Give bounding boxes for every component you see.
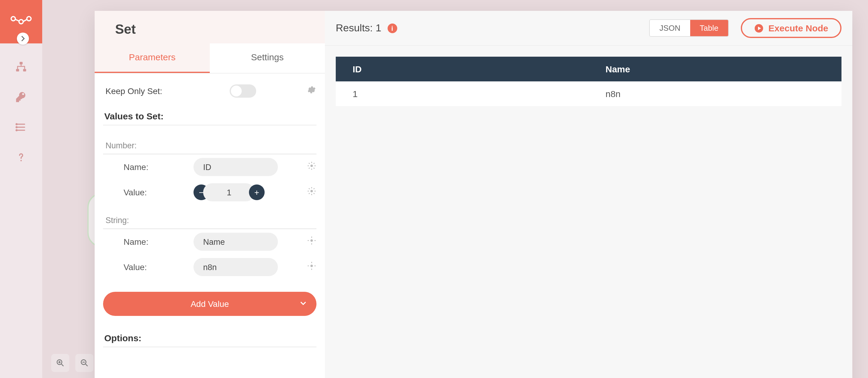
svg-point-12 <box>310 165 313 167</box>
cell-id: 1 <box>336 82 589 106</box>
values-to-set-title: Values to Set: <box>103 106 316 125</box>
svg-rect-4 <box>16 69 19 71</box>
svg-rect-5 <box>23 69 26 71</box>
svg-point-8 <box>16 130 17 130</box>
svg-point-13 <box>310 190 313 192</box>
play-icon <box>754 23 764 33</box>
svg-point-1 <box>19 20 23 24</box>
svg-point-15 <box>310 265 313 267</box>
tab-settings[interactable]: Settings <box>210 43 325 73</box>
chevron-right-icon <box>20 36 26 41</box>
svg-point-14 <box>310 239 313 242</box>
gear-icon[interactable] <box>307 186 316 198</box>
svg-point-9 <box>21 160 22 162</box>
view-json-button[interactable]: JSON <box>650 20 690 36</box>
add-value-button[interactable]: Add Value <box>103 292 316 316</box>
table-col-name: Name <box>589 57 841 82</box>
sidebar-workflows-icon[interactable] <box>14 60 28 73</box>
string-name-input[interactable] <box>193 233 278 251</box>
gear-icon[interactable] <box>307 161 316 173</box>
number-name-input[interactable] <box>193 158 278 176</box>
zoom-in-icon <box>56 358 65 368</box>
keep-only-set-label: Keep Only Set: <box>103 86 193 96</box>
execute-node-label: Execute Node <box>769 23 828 33</box>
svg-point-2 <box>27 17 31 21</box>
svg-point-6 <box>16 124 17 125</box>
keep-only-set-toggle[interactable] <box>230 85 256 98</box>
chevron-down-icon <box>300 299 307 309</box>
results-table: ID Name 1 n8n <box>336 57 841 106</box>
sidebar-collapse-button[interactable] <box>17 33 29 44</box>
output-panel: Results: 1 i JSON Table Execute Node <box>325 11 852 378</box>
string-value-label: Value: <box>103 262 193 272</box>
table-col-id: ID <box>336 57 589 82</box>
svg-rect-3 <box>20 62 23 64</box>
string-name-label: Name: <box>103 237 193 247</box>
svg-point-7 <box>16 127 17 127</box>
number-value-label: Value: <box>103 188 193 197</box>
sidebar-credentials-icon[interactable] <box>14 90 28 104</box>
plus-icon: + <box>254 188 259 197</box>
cell-name: n8n <box>589 82 841 106</box>
number-section-title: Number: <box>103 130 316 154</box>
brand-logo[interactable] <box>0 0 42 43</box>
parameter-panel: Set Parameters Settings Keep Only Set: <box>95 11 325 378</box>
tab-parameters[interactable]: Parameters <box>95 43 210 73</box>
zoom-out-icon <box>80 358 89 368</box>
number-name-label: Name: <box>103 162 193 172</box>
info-icon[interactable]: i <box>387 23 397 33</box>
string-section-title: String: <box>103 205 316 229</box>
gear-icon[interactable] <box>307 261 316 273</box>
node-editor-modal: Set Parameters Settings Keep Only Set: <box>95 11 852 378</box>
panel-tabs: Parameters Settings <box>95 43 325 73</box>
table-row: 1 n8n <box>336 82 841 106</box>
results-count: Results: 1 <box>336 22 381 34</box>
view-table-button[interactable]: Table <box>690 20 728 36</box>
execute-node-button[interactable]: Execute Node <box>741 18 841 38</box>
zoom-in-button[interactable] <box>51 354 69 372</box>
svg-point-0 <box>11 17 16 21</box>
zoom-controls <box>51 354 93 372</box>
gear-icon[interactable] <box>307 236 316 248</box>
increment-button[interactable]: + <box>249 185 265 200</box>
number-value-input[interactable] <box>203 183 255 201</box>
sidebar-help-icon[interactable] <box>14 151 28 164</box>
view-toggle: JSON Table <box>649 19 729 37</box>
gear-icon[interactable] <box>307 85 316 97</box>
add-value-label: Add Value <box>190 299 229 309</box>
string-value-input[interactable] <box>193 258 278 276</box>
node-title: Set <box>95 11 325 43</box>
options-title: Options: <box>103 328 316 347</box>
sidebar-executions-icon[interactable] <box>14 121 28 134</box>
zoom-out-button[interactable] <box>75 354 93 372</box>
sidebar <box>0 0 42 378</box>
n8n-logo-icon <box>10 15 32 28</box>
